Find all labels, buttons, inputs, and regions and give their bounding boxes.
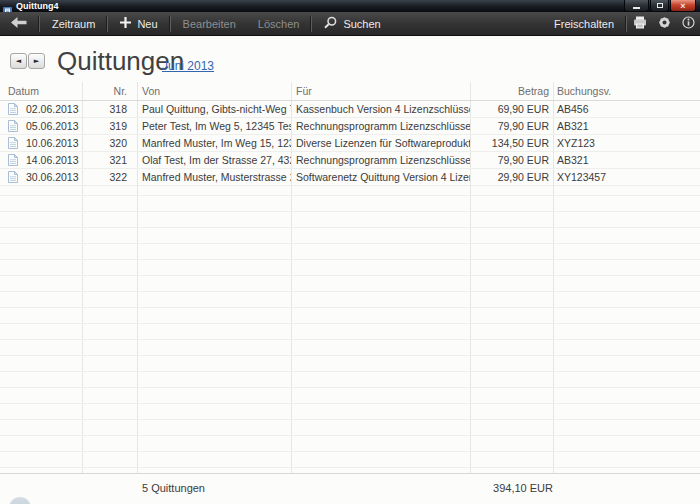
- receipt-document-icon: [8, 154, 18, 166]
- close-button[interactable]: ×: [670, 0, 696, 12]
- toolbar-loeschen-label: Löschen: [258, 18, 300, 30]
- titlebar: Quittung4 ×: [0, 0, 700, 12]
- column-header-fuer[interactable]: Für: [291, 85, 470, 97]
- cell-betrag: 134,50 EUR: [470, 137, 553, 149]
- toolbar-separator: [170, 16, 171, 32]
- column-header-betrag[interactable]: Betrag: [470, 85, 553, 97]
- cell-von: Paul Quittung, Gibts-nicht-Weg 7, 9...: [137, 103, 291, 115]
- cell-fuer: Diverse Lizenzen für Softwareprodukte: [291, 137, 470, 149]
- next-period-button[interactable]: ►: [28, 53, 45, 69]
- cell-buchungsv: AB456: [553, 103, 700, 115]
- plus-icon: [120, 17, 131, 30]
- freischalten-label: Freischalten: [554, 18, 614, 30]
- cell-von: Olaf Test, Im der Strasse 27, 43210...: [137, 154, 291, 166]
- toolbar-bearbeiten-label: Bearbeiten: [183, 18, 236, 30]
- toolbar-zeitraum-label: Zeitraum: [52, 18, 95, 30]
- cell-von: Manfred Muster, Im Weg 15, 1234...: [137, 137, 291, 149]
- empty-grid-rows: [0, 180, 700, 473]
- toolbar-suchen-button[interactable]: Suchen: [313, 12, 391, 35]
- back-arrow-icon: [11, 17, 27, 30]
- app-window: Quittung4 × Zeitraum Neu Bearbeiten: [0, 0, 700, 504]
- table-row[interactable]: 02.06.2013 318 Paul Quittung, Gibts-nich…: [0, 101, 700, 118]
- receipt-count: 5 Quittungen: [142, 482, 205, 494]
- toolbar-separator: [626, 16, 627, 32]
- cell-nr: 321: [82, 154, 137, 166]
- table-row[interactable]: 05.06.2013 319 Peter Test, Im Weg 5, 123…: [0, 118, 700, 135]
- settings-icon-button[interactable]: [652, 12, 676, 35]
- gear-icon: [658, 16, 671, 31]
- toolbar-neu-button[interactable]: Neu: [109, 12, 168, 35]
- period-link[interactable]: Juni 2013: [162, 59, 214, 73]
- back-button[interactable]: [0, 12, 38, 35]
- app-icon: [3, 2, 12, 11]
- toolbar-separator: [107, 16, 108, 32]
- table-row[interactable]: 14.06.2013 321 Olaf Test, Im der Strasse…: [0, 152, 700, 169]
- column-header-von[interactable]: Von: [137, 85, 291, 97]
- column-header-datum[interactable]: Datum: [0, 85, 82, 97]
- search-icon: [324, 16, 337, 31]
- status-bar: 5 Quittungen 394,10 EUR: [0, 474, 700, 504]
- info-icon: [682, 16, 695, 31]
- cell-nr: 318: [82, 103, 137, 115]
- receipt-document-icon: [8, 103, 18, 115]
- toolbar-suchen-label: Suchen: [343, 18, 380, 30]
- column-header-buchungsv[interactable]: Buchungsv.: [553, 85, 700, 97]
- close-icon: ×: [680, 1, 685, 11]
- maximize-button[interactable]: [650, 0, 669, 12]
- prev-period-button[interactable]: ◄: [10, 53, 27, 69]
- toolbar-separator: [39, 16, 40, 32]
- printer-icon: [633, 16, 647, 31]
- total-amount: 394,10 EUR: [493, 482, 553, 494]
- minimize-button[interactable]: [624, 0, 649, 12]
- cell-datum: 05.06.2013: [0, 120, 82, 132]
- cell-betrag: 79,90 EUR: [470, 120, 553, 132]
- content-area: ◄ ► Quittungen Juni 2013 Datum Nr. Von F…: [0, 36, 700, 504]
- cell-nr: 320: [82, 137, 137, 149]
- receipt-document-icon: [8, 120, 18, 132]
- toolbar-neu-label: Neu: [137, 18, 157, 30]
- minimize-icon: [633, 7, 640, 9]
- table-header-row: Datum Nr. Von Für Betrag Buchungsv.: [0, 82, 700, 101]
- cell-datum: 14.06.2013: [0, 154, 82, 166]
- toolbar-bearbeiten-button[interactable]: Bearbeiten: [172, 12, 247, 35]
- receipt-document-icon: [8, 137, 18, 149]
- freischalten-button[interactable]: Freischalten: [543, 12, 625, 35]
- toolbar: Zeitraum Neu Bearbeiten Löschen Suchen F…: [0, 12, 700, 36]
- cell-von: Peter Test, Im Weg 5, 12345 Testha...: [137, 120, 291, 132]
- cell-buchungsv: AB321: [553, 154, 700, 166]
- cell-fuer: Rechnungsprogramm Lizenzschlüssel: [291, 154, 470, 166]
- toolbar-zeitraum-button[interactable]: Zeitraum: [41, 12, 106, 35]
- column-header-nr[interactable]: Nr.: [82, 85, 137, 97]
- window-title: Quittung4: [16, 0, 59, 12]
- cell-buchungsv: XYZ123: [553, 137, 700, 149]
- cell-betrag: 69,90 EUR: [470, 103, 553, 115]
- cell-betrag: 79,90 EUR: [470, 154, 553, 166]
- cell-datum: 02.06.2013: [0, 103, 82, 115]
- maximize-icon: [657, 3, 663, 8]
- table-row[interactable]: 10.06.2013 320 Manfred Muster, Im Weg 15…: [0, 135, 700, 152]
- cell-datum: 10.06.2013: [0, 137, 82, 149]
- toolbar-separator: [311, 16, 312, 32]
- info-icon-button[interactable]: [676, 12, 700, 35]
- printer-icon-button[interactable]: [628, 12, 652, 35]
- toolbar-loeschen-button[interactable]: Löschen: [247, 12, 311, 35]
- receipts-table: Datum Nr. Von Für Betrag Buchungsv. 02.0…: [0, 82, 700, 474]
- cell-fuer: Rechnungsprogramm Lizenzschlüssel: [291, 120, 470, 132]
- cell-fuer: Kassenbuch Version 4 Lizenzschlüssel: [291, 103, 470, 115]
- cell-nr: 319: [82, 120, 137, 132]
- cell-buchungsv: AB321: [553, 120, 700, 132]
- window-controls: ×: [623, 0, 696, 12]
